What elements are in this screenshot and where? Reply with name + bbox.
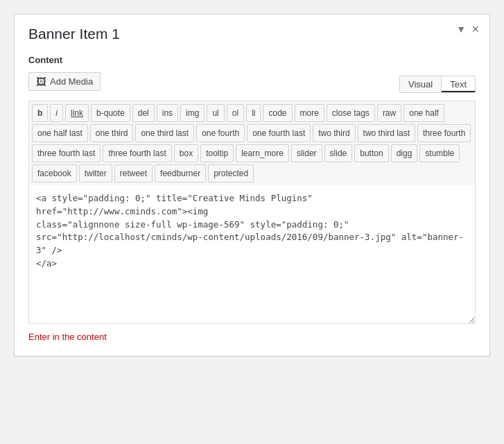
toolbar-btn-li[interactable]: li [246,104,261,122]
toolbar-btn-feedburner[interactable]: feedburner [155,164,206,182]
toolbar: b i link b-quote del ins img ul ol li co… [28,101,476,185]
toolbar-btn-two-third-last[interactable]: two third last [358,124,415,142]
toolbar-btn-slide[interactable]: slide [324,144,353,162]
toolbar-btn-ins[interactable]: ins [157,104,178,122]
toolbar-btn-learn-more[interactable]: learn_more [236,144,289,162]
toolbar-btn-twitter[interactable]: twitter [79,164,112,182]
toolbar-btn-bquote[interactable]: b-quote [91,104,130,122]
toolbar-btn-one-third[interactable]: one third [90,124,134,142]
toolbar-btn-raw[interactable]: raw [377,104,401,122]
hint-text: Enter in the content [28,332,476,342]
media-icon: 🖼 [36,76,46,87]
toolbar-btn-box[interactable]: box [174,144,198,162]
toolbar-btn-tooltip[interactable]: tooltip [200,144,234,162]
add-media-button[interactable]: 🖼 Add Media [28,72,101,91]
toolbar-btn-three-fourth-last[interactable]: three fourth last [32,144,101,162]
editor-header: 🖼 Add Media Visual Text [28,72,476,96]
toolbar-btn-one-third-last[interactable]: one third last [135,124,194,142]
collapse-icon[interactable]: ▼ [456,24,466,34]
toolbar-btn-slider[interactable]: slider [291,144,322,162]
toolbar-btn-retweet[interactable]: retweet [114,164,153,182]
toolbar-btn-one-fourth-last[interactable]: one fourth last [247,124,311,142]
toolbar-btn-button[interactable]: button [354,144,388,162]
toolbar-btn-close-tags[interactable]: close tags [327,104,375,122]
toolbar-btn-link[interactable]: link [65,104,89,122]
toolbar-btn-del[interactable]: del [132,104,155,122]
panel: Banner Item 1 ▼ ✕ Content 🖼 Add Media Vi… [14,14,490,357]
toolbar-btn-code[interactable]: code [263,104,292,122]
toolbar-btn-protected[interactable]: protected [208,164,254,182]
panel-title: Banner Item 1 [28,26,476,42]
close-icon[interactable]: ✕ [471,24,480,34]
tab-visual[interactable]: Visual [399,76,442,93]
tab-text[interactable]: Text [442,76,476,93]
toolbar-btn-two-third[interactable]: two third [313,124,355,142]
panel-controls: ▼ ✕ [456,24,480,34]
view-tabs: Visual Text [399,76,476,93]
toolbar-btn-stumble[interactable]: stumble [419,144,460,162]
section-label: Content [28,55,476,65]
toolbar-btn-i[interactable]: i [50,104,63,122]
toolbar-btn-facebook[interactable]: facebook [32,164,77,182]
toolbar-btn-ul[interactable]: ul [207,104,224,122]
toolbar-btn-ol[interactable]: ol [227,104,244,122]
editor-textarea[interactable] [28,185,476,324]
toolbar-btn-one-fourth[interactable]: one fourth [196,124,245,142]
toolbar-btn-digg[interactable]: digg [391,144,418,162]
toolbar-btn-b[interactable]: b [32,104,48,122]
add-media-label: Add Media [50,76,93,87]
toolbar-btn-one-half[interactable]: one half [403,104,444,122]
toolbar-btn-one-half-last[interactable]: one half last [32,124,88,142]
toolbar-btn-more[interactable]: more [295,104,324,122]
toolbar-btn-three-fourth-last2[interactable]: three fourth last [103,144,171,162]
toolbar-btn-three-fourth[interactable]: three fourth [417,124,471,142]
toolbar-btn-img[interactable]: img [180,104,205,122]
